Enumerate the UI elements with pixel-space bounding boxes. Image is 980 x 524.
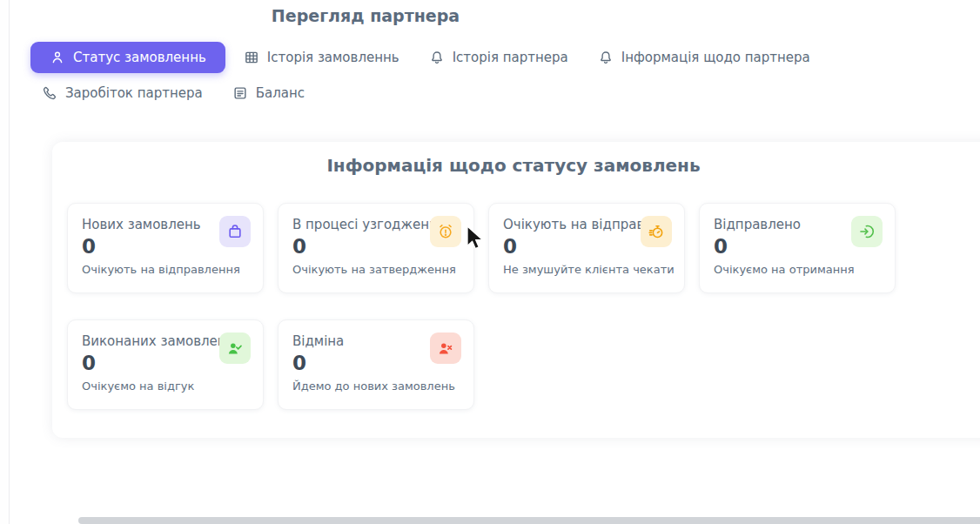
page-title: Перегляд партнера [0,6,731,25]
tab-label: Баланс [256,85,305,101]
status-card-subtitle: Очікують на відправлення [82,263,249,276]
horizontal-scrollbar-thumb[interactable] [78,517,980,524]
tab-label: Історія партнера [453,50,568,65]
tab-order-status[interactable]: Статус замовленнь [30,42,225,73]
status-card-new-orders: Нових замовлень 0 Очікують на відправлен… [67,203,264,293]
status-card-subtitle: Очікуємо на відгук [82,380,249,393]
login-arrow-icon [851,216,883,247]
left-panel-edge [0,0,10,524]
person-remove-icon [430,333,461,364]
status-card-subtitle: Йдемо до нових замовлень [292,380,460,393]
person-icon [50,50,65,65]
tab-label: Статус замовленнь [73,50,206,65]
alarm-exclaim-icon [430,216,461,247]
tab-balance[interactable]: Баланс [221,78,316,108]
status-card-completed: Виконаних замовлень 0 Очікуємо на відгук [67,319,264,410]
bell-icon [598,50,614,65]
status-card-in-approval: В процесі узгодження 0 Очікують на затве… [278,203,474,293]
tab-partner-history[interactable]: Історія партнера [418,43,580,72]
tab-partner-earnings[interactable]: Заробіток партнера [30,78,214,108]
tab-label: Заробіток партнера [65,85,203,101]
order-status-panel: Інформація щодо статусу замовлень Нових … [52,142,980,438]
tab-partner-info[interactable]: Інформація щодо партнера [587,43,822,72]
article-icon [232,85,248,101]
bell-icon [429,50,445,65]
status-card-subtitle: Не змушуйте клієнта чекати [503,263,670,276]
table-grid-icon [244,50,259,65]
tab-order-history[interactable]: Історія замовленнь [232,43,411,72]
status-card-cancelled: Відміна 0 Йдемо до нових замовлень [278,319,474,410]
status-card-subtitle: Очікуємо на отримання [714,263,881,276]
person-check-icon [219,333,251,364]
shopping-bag-icon [219,216,251,247]
status-cards: Нових замовлень 0 Очікують на відправлен… [67,203,946,410]
tab-bar: Статус замовленнь Історія замовленнь Іст… [30,42,979,108]
timer-fast-icon [641,216,672,247]
status-card-awaiting-shipment: Очікують на відправку 0 Не змушуйте кліє… [488,203,685,293]
panel-title: Інформація щодо статусу замовлень [52,155,975,176]
tab-label: Історія замовленнь [267,50,399,65]
tab-label: Інформація щодо партнера [621,50,810,65]
status-card-subtitle: Очікують на затвердження [292,263,460,276]
status-card-shipped: Відправлено 0 Очікуємо на отримання [699,203,896,293]
phone-icon [42,85,57,101]
